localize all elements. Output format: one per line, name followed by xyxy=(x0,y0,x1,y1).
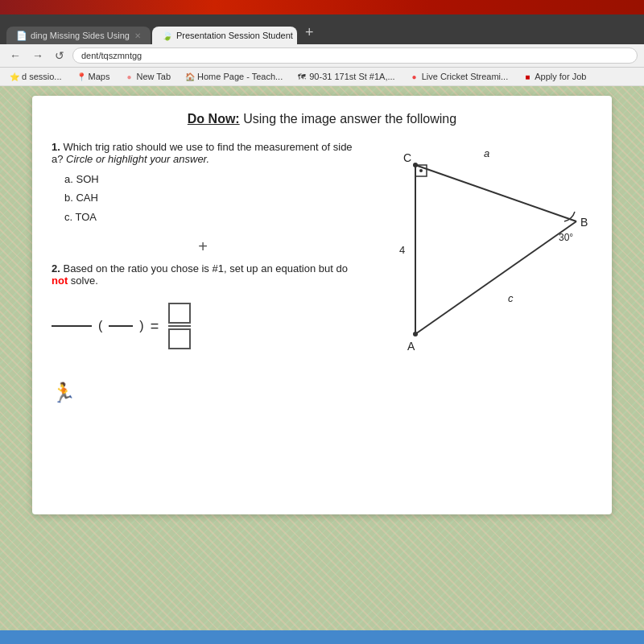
open-paren: ( xyxy=(98,319,102,333)
new-tab-icon: ● xyxy=(124,72,134,81)
q2-text2: solve. xyxy=(68,275,98,287)
q2-text: Based on the ratio you chose is #1, set … xyxy=(52,262,348,287)
bookmark-session-label: d sessio... xyxy=(22,72,62,81)
bookmark-address[interactable]: 🗺 90-31 171st St #1A,... xyxy=(294,70,398,83)
triangle-svg: C B A a 4 c 30° xyxy=(367,141,592,390)
plus-symbol: + xyxy=(52,237,354,256)
bookmark-cricket-label: Live Cricket Streami... xyxy=(422,72,509,81)
choice-c-letter: c. xyxy=(64,211,72,223)
equation-area: ( ) = xyxy=(52,303,354,349)
job-icon: ■ xyxy=(522,72,532,81)
worksheet-title: Do Now: Using the image answer the follo… xyxy=(52,112,592,126)
content-area: Do Now: Using the image answer the follo… xyxy=(0,86,644,644)
blank-line-2 xyxy=(109,325,133,327)
bookmark-maps[interactable]: 📍 Maps xyxy=(73,70,114,83)
fraction-denominator-box[interactable] xyxy=(168,328,191,349)
q2-number: 2. xyxy=(52,262,60,275)
cricket-icon: ● xyxy=(410,72,419,81)
label-side-a: a xyxy=(484,147,489,159)
bookmark-new-tab-label: New Tab xyxy=(136,72,171,81)
address-input-field[interactable]: dent/tqszmntgg xyxy=(72,47,638,64)
bookmark-home-page[interactable]: 🏠 Home Page - Teach... xyxy=(182,70,286,83)
choice-c-text: TOA xyxy=(76,211,97,223)
bookmarks-bar: ⭐ d sessio... 📍 Maps ● New Tab 🏠 Home Pa… xyxy=(0,68,644,86)
bottom-blue-bar xyxy=(0,630,644,644)
label-side-4: 4 xyxy=(399,244,405,256)
session-icon: ⭐ xyxy=(10,72,19,81)
top-decorative-bar xyxy=(0,0,644,14)
choice-b-letter: b. xyxy=(64,192,73,204)
svg-point-5 xyxy=(413,163,418,167)
do-now-label: Do Now: xyxy=(188,112,240,126)
maps-icon: 📍 xyxy=(76,72,86,81)
worksheet: Do Now: Using the image answer the follo… xyxy=(32,96,612,514)
bookmark-session[interactable]: ⭐ d sessio... xyxy=(6,70,65,83)
browser-chrome: 📄 ding Missing Sides Using ✕ 🍃 Presentat… xyxy=(0,14,644,86)
choice-a: a. SOH xyxy=(64,170,354,188)
equals-sign: = xyxy=(151,318,159,335)
triangle-container: C B A a 4 c 30° xyxy=(367,141,592,398)
left-column: 1. Which trig ratio should we use to fin… xyxy=(52,141,354,404)
label-a: A xyxy=(407,340,415,353)
choice-b-text: CAH xyxy=(76,192,97,204)
bookmark-new-tab[interactable]: ● New Tab xyxy=(121,70,174,83)
q1-number: 1. xyxy=(52,141,60,153)
tab1-label: ding Missing Sides Using xyxy=(31,31,130,40)
bookmark-job-label: Apply for Job xyxy=(535,72,586,81)
reload-button[interactable]: ↺ xyxy=(52,47,68,64)
right-column: C B A a 4 c 30° xyxy=(367,141,592,404)
svg-point-6 xyxy=(413,332,418,336)
tab2-icon: 🍃 xyxy=(162,31,171,40)
forward-button[interactable]: → xyxy=(29,47,47,64)
back-button[interactable]: ← xyxy=(6,47,24,64)
choice-b: b. CAH xyxy=(64,188,354,207)
content-grid: 1. Which trig ratio should we use to fin… xyxy=(52,141,592,404)
person-icon: 🏃 xyxy=(52,382,76,404)
home-icon: 🏠 xyxy=(185,72,195,81)
bookmark-home-label: Home Page - Teach... xyxy=(197,72,283,81)
title-suffix: Using the image answer the following xyxy=(240,112,456,126)
q2-main-text: Based on the ratio you chose is #1, set … xyxy=(63,262,347,275)
bookmark-apply-job[interactable]: ■ Apply for Job xyxy=(519,70,589,83)
fraction xyxy=(168,303,191,349)
q1-text: Which trig ratio should we use to find t… xyxy=(52,141,353,165)
label-side-c: c xyxy=(508,292,514,304)
bookmark-address-label: 90-31 171st St #1A,... xyxy=(309,72,394,81)
q1-instruction: Circle or highlight your answer. xyxy=(66,153,209,165)
label-c: C xyxy=(403,151,411,164)
tab1-close[interactable]: ✕ xyxy=(134,31,141,40)
fraction-numerator-box[interactable] xyxy=(168,303,191,324)
label-b: B xyxy=(580,216,588,229)
close-paren: ) xyxy=(139,319,143,333)
choices-list: a. SOH b. CAH c. TOA xyxy=(64,170,354,226)
tab-finding-missing-sides[interactable]: 📄 ding Missing Sides Using ✕ xyxy=(6,27,151,44)
svg-point-4 xyxy=(419,169,423,172)
question-2-block: 2. Based on the ratio you chose is #1, s… xyxy=(52,262,354,287)
address-pin-icon: 🗺 xyxy=(297,72,307,81)
q2-not-text: not xyxy=(52,275,68,287)
blank-line-1 xyxy=(52,325,92,327)
choice-a-text: SOH xyxy=(76,173,98,185)
bookmark-maps-label: Maps xyxy=(89,72,110,81)
new-tab-button[interactable]: + xyxy=(299,21,320,44)
svg-line-0 xyxy=(415,165,576,221)
tab-bar: 📄 ding Missing Sides Using ✕ 🍃 Presentat… xyxy=(0,18,644,44)
tab-presentation-session[interactable]: 🍃 Presentation Session Student ✕ xyxy=(152,27,297,44)
address-text: dent/tqszmntgg xyxy=(81,51,142,60)
svg-line-2 xyxy=(415,221,576,334)
tab1-icon: 📄 xyxy=(16,31,26,40)
choice-a-letter: a. xyxy=(64,173,73,185)
question-1-block: 1. Which trig ratio should we use to fin… xyxy=(52,141,354,226)
bottom-area: 🏃 xyxy=(52,382,354,404)
address-bar: ← → ↺ dent/tqszmntgg xyxy=(0,44,644,68)
choice-c: c. TOA xyxy=(64,208,354,226)
tab2-label: Presentation Session Student xyxy=(176,31,293,40)
label-angle-30: 30° xyxy=(559,232,573,243)
bookmark-cricket[interactable]: ● Live Cricket Streami... xyxy=(407,70,512,83)
fraction-line xyxy=(168,325,191,327)
